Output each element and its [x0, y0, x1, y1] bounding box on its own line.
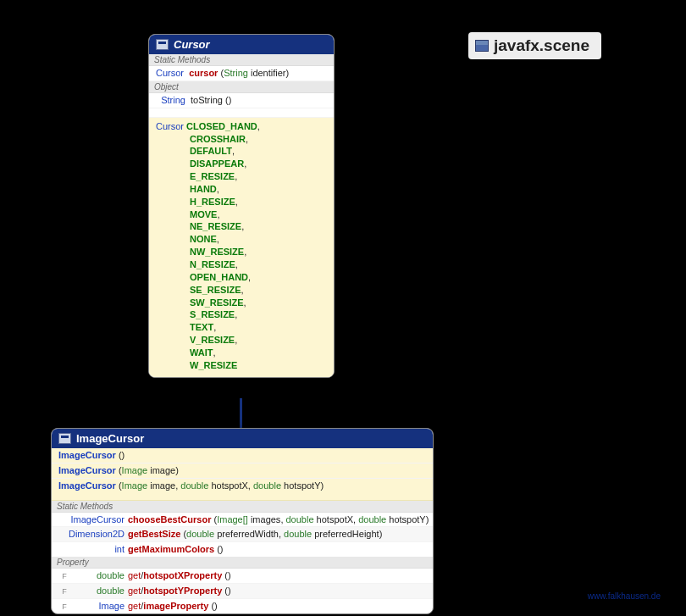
- package-label: javafx.scene: [468, 32, 601, 59]
- watermark: www.falkhausen.de: [588, 591, 661, 601]
- constant-row: NONE,: [156, 233, 327, 246]
- constant-row: DISAPPEAR,: [156, 158, 327, 170]
- property-params: (): [211, 601, 217, 611]
- final-flag: F: [58, 586, 70, 597]
- constant-row: OPEN_HAND,: [156, 271, 327, 284]
- method-row: Cursor cursor (String identifier): [149, 66, 334, 81]
- property-name: imageProperty: [143, 601, 208, 611]
- constructor-params: (): [119, 450, 124, 460]
- constant-name: MOVE: [190, 209, 217, 219]
- property-params: (): [224, 585, 230, 596]
- constructor-name: ImageCursor: [58, 480, 116, 491]
- constant-row: WAIT,: [156, 347, 327, 359]
- constant-row: DEFAULT,: [156, 145, 327, 158]
- class-box-imagecursor: ImageCursor ImageCursor ()ImageCursor (I…: [51, 428, 434, 614]
- constant-row: W_RESIZE: [156, 359, 327, 372]
- constant-name: CLOSED_HAND: [186, 121, 257, 131]
- constant-row: SE_RESIZE,: [156, 284, 327, 297]
- constant-name: E_RESIZE: [190, 171, 235, 181]
- constant-name: V_RESIZE: [190, 335, 235, 345]
- constant-row: NE_RESIZE,: [156, 220, 327, 233]
- method-name: cursor: [189, 68, 218, 78]
- section-static-methods: Static Methods: [52, 501, 433, 513]
- paren-close: ): [286, 68, 290, 78]
- getter-prefix: get: [128, 570, 141, 580]
- constant-row: CROSSHAIR,: [156, 133, 327, 146]
- constant-name: HAND: [190, 184, 217, 194]
- class-title: ImageCursor: [76, 432, 144, 445]
- constants-block: Cursor CLOSED_HAND,CROSSHAIR,DEFAULT,DIS…: [149, 118, 334, 377]
- constant-name: H_RESIZE: [190, 197, 235, 207]
- class-header-imagecursor: ImageCursor: [52, 429, 433, 448]
- constant-name: W_RESIZE: [190, 360, 237, 370]
- constant-row: HAND,: [156, 183, 327, 196]
- class-title: Cursor: [174, 38, 210, 51]
- property-name: hotspotXProperty: [143, 570, 222, 580]
- constant-name: DEFAULT: [190, 146, 232, 156]
- constants-type: Cursor: [156, 121, 184, 131]
- return-type: double: [97, 585, 124, 596]
- return-type: int: [114, 544, 124, 554]
- property-row: FImageget/imageProperty (): [52, 599, 433, 613]
- method-name: getMaximumColors: [128, 544, 214, 554]
- constant-row: TEXT,: [156, 321, 327, 334]
- return-type: Cursor: [156, 68, 184, 78]
- inheritance-connector: [240, 398, 242, 432]
- method-row: Dimension2DgetBestSize (double preferred…: [52, 527, 433, 542]
- method-row: String toString (): [149, 93, 334, 108]
- method-name: chooseBestCursor: [128, 514, 211, 524]
- package-name: javafx.scene: [494, 36, 589, 55]
- return-type: String: [161, 95, 185, 105]
- constant-row: SW_RESIZE,: [156, 297, 327, 309]
- spacer-row: [52, 493, 433, 501]
- return-type: Image: [98, 601, 124, 611]
- constant-name: NE_RESIZE: [190, 221, 241, 231]
- property-name: hotspotYProperty: [143, 585, 222, 596]
- constant-row: H_RESIZE,: [156, 196, 327, 208]
- constant-name: N_RESIZE: [190, 259, 235, 269]
- constructor-params: (Image image, double hotspotX, double ho…: [119, 480, 324, 491]
- param-name-text: identifier: [251, 68, 286, 78]
- constant-name: OPEN_HAND: [190, 272, 248, 282]
- param-type: String: [224, 68, 248, 78]
- constant-name: TEXT: [190, 322, 213, 332]
- constant-row: N_RESIZE,: [156, 258, 327, 271]
- class-box-cursor: Cursor Static Methods Cursor cursor (Str…: [148, 34, 335, 378]
- method-params: (double preferredWidth, double preferred…: [183, 529, 382, 539]
- method-row: ImageCursorchooseBestCursor (Image[] ima…: [52, 513, 433, 528]
- method-name: getBestSize: [128, 529, 180, 539]
- property-row: Fdoubleget/hotspotXProperty (): [52, 569, 433, 584]
- constructor-row: ImageCursor (Image image, double hotspot…: [52, 479, 433, 493]
- method-name: toString: [191, 95, 223, 105]
- final-flag: F: [58, 571, 70, 581]
- getter-prefix: get: [128, 585, 141, 596]
- constant-name: NONE: [190, 234, 217, 244]
- getter-prefix: get: [128, 601, 141, 611]
- class-icon: [58, 433, 71, 444]
- final-flag: F: [58, 602, 70, 612]
- method-params: (Image[] images, double hotspotX, double…: [213, 514, 429, 524]
- class-icon: [156, 39, 169, 50]
- constant-row: NW_RESIZE,: [156, 246, 327, 258]
- constant-name: NW_RESIZE: [190, 247, 244, 257]
- constructor-name: ImageCursor: [58, 465, 116, 475]
- property-row: Fdoubleget/hotspotYProperty (): [52, 584, 433, 599]
- constructor-name: ImageCursor: [58, 450, 116, 460]
- constant-name: WAIT: [190, 347, 213, 358]
- constant-row: S_RESIZE,: [156, 308, 327, 321]
- section-static-methods: Static Methods: [149, 54, 334, 66]
- constant-name: SE_RESIZE: [190, 285, 241, 295]
- spacer-row: [149, 108, 334, 118]
- constant-name: S_RESIZE: [190, 309, 235, 319]
- package-icon: [475, 40, 489, 52]
- section-property: Property: [52, 557, 433, 569]
- return-type: ImageCursor: [70, 514, 124, 524]
- method-params: (): [225, 95, 231, 105]
- method-row: intgetMaximumColors (): [52, 542, 433, 557]
- constructor-row: ImageCursor (Image image): [52, 463, 433, 479]
- section-object: Object: [149, 81, 334, 93]
- constant-row: E_RESIZE,: [156, 170, 327, 183]
- property-params: (): [224, 570, 230, 580]
- constant-row: MOVE,: [156, 208, 327, 221]
- constant-row: Cursor CLOSED_HAND,: [156, 120, 327, 133]
